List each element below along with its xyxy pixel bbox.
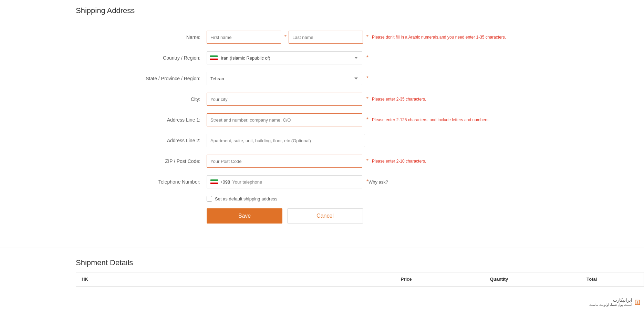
page-container: Shipping Address Name: * * Please don't … [0, 0, 644, 311]
phone-prefix: +098 [220, 179, 230, 185]
city-row: City: * Please enter 2-35 characters. [90, 93, 554, 106]
iran-flag-phone [210, 179, 218, 184]
shipment-details-title: Shipment Details [0, 255, 644, 272]
country-field: Iran (Islamic Republic of) * [207, 51, 368, 64]
address1-required-star: * [366, 117, 368, 123]
name-fields: * * [207, 31, 368, 44]
city-field: * [207, 93, 368, 106]
zip-field: * [207, 155, 368, 168]
section-divider [0, 248, 644, 248]
phone-field: +098 * [207, 175, 368, 188]
address1-field: * [207, 113, 368, 126]
name-row: Name: * * Please don't fill in a Arabic … [90, 31, 554, 44]
city-required-star: * [366, 96, 368, 102]
address1-label: Address Line 1: [96, 117, 207, 123]
form-buttons: Save Cancel [90, 208, 554, 224]
address1-input[interactable] [207, 113, 362, 126]
logo-line2: امنیت پول شما، اولویت ماست [589, 303, 632, 307]
city-label: City: [96, 96, 207, 102]
last-name-input[interactable] [289, 31, 363, 44]
first-name-input[interactable] [207, 31, 281, 44]
country-select[interactable]: Iran (Islamic Republic of) [207, 51, 362, 64]
state-label: State / Province / Region: [96, 76, 207, 81]
col-total: Total [546, 277, 638, 282]
save-button[interactable]: Save [207, 208, 282, 224]
country-label: Country / Region: [96, 55, 207, 61]
state-select[interactable]: Tehran [207, 72, 362, 85]
city-error-msg: Please enter 2-35 characters. [372, 97, 426, 102]
default-address-row: Set as default shipping address [90, 196, 554, 201]
logo-line1: ایرانیکارت [589, 298, 632, 303]
shipment-table: HK Price Quantity Total [76, 272, 644, 287]
name-label: Name: [96, 34, 207, 40]
phone-label: Telephone Number: [96, 179, 207, 185]
col-qty: Quantity [453, 277, 545, 282]
city-input[interactable] [207, 93, 362, 106]
zip-error-msg: Please enter 2-10 characters. [372, 159, 426, 164]
country-row: Country / Region: Iran (Islamic Republic… [90, 51, 554, 64]
shipping-form: Name: * * Please don't fill in a Arabic … [90, 27, 554, 248]
address1-error-msg: Please enter 2-125 characters, and inclu… [372, 117, 490, 122]
state-required-star: * [366, 75, 368, 82]
logo-area: ایرانیکارت امنیت پول شما، اولویت ماست ⧆ [589, 296, 641, 308]
name-error-msg: Please don't fill in a Arabic numerals,a… [372, 35, 506, 40]
logo-icon: ⧆ [634, 296, 641, 308]
iran-flag-country [210, 55, 218, 60]
zip-label: ZIP / Post Code: [96, 158, 207, 164]
zip-required-star: * [366, 158, 368, 164]
col-price: Price [360, 277, 453, 282]
shipment-table-header: HK Price Quantity Total [76, 272, 644, 286]
country-required-star: * [366, 55, 368, 61]
phone-row: Telephone Number: +098 * Why ask? [90, 175, 554, 188]
address2-label: Address Line 2: [96, 138, 207, 143]
zip-input[interactable] [207, 155, 362, 168]
col-item: HK [82, 277, 360, 282]
default-address-checkbox[interactable] [207, 196, 212, 201]
name-required-star: * [284, 34, 287, 40]
zip-row: ZIP / Post Code: * Please enter 2-10 cha… [90, 155, 554, 168]
why-ask-link[interactable]: Why ask? [368, 179, 388, 185]
phone-input[interactable] [232, 179, 358, 185]
address2-field [207, 134, 368, 147]
shipping-address-title: Shipping Address [0, 0, 644, 20]
last-name-wrapper [289, 31, 363, 44]
default-address-label[interactable]: Set as default shipping address [215, 196, 277, 201]
state-field: Tehran * [207, 72, 368, 85]
first-name-wrapper [207, 31, 281, 44]
logo-text: ایرانیکارت امنیت پول شما، اولویت ماست [589, 298, 632, 307]
address2-input[interactable] [207, 134, 365, 147]
address1-row: Address Line 1: * Please enter 2-125 cha… [90, 113, 554, 126]
cancel-button[interactable]: Cancel [287, 208, 363, 224]
state-row: State / Province / Region: Tehran * [90, 72, 554, 85]
phone-wrapper: +098 [207, 175, 362, 188]
name-required-star2: * [366, 34, 368, 40]
address2-row: Address Line 2: [90, 134, 554, 147]
